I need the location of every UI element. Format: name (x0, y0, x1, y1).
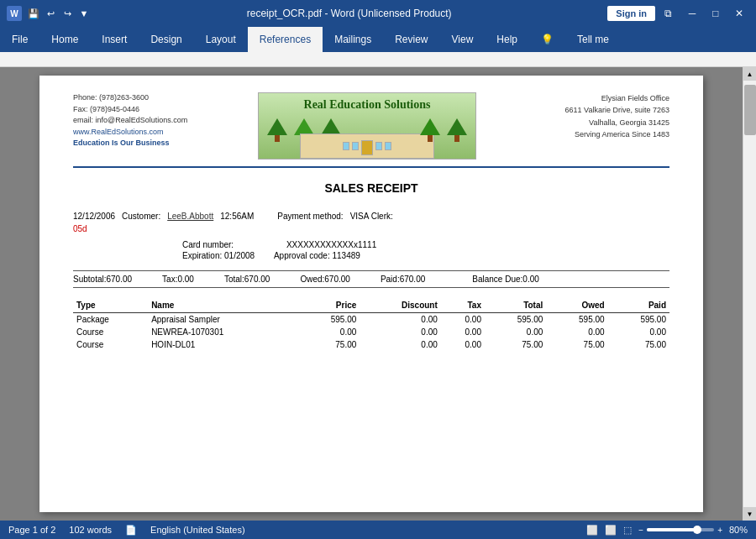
totals-row: Subtotal:670.00 Tax:0.00 Total:670.00 Ow… (73, 270, 669, 288)
ribbon: File Home Insert Design Layout Reference… (0, 27, 756, 67)
cell-total: 595.00 (485, 313, 546, 327)
zoom-thumb[interactable] (693, 526, 701, 534)
card-number-row: Card number: XXXXXXXXXXXXx1111 (73, 240, 669, 249)
col-tax: Tax (441, 298, 485, 313)
receipt-info-row: 12/12/2006 Customer: LeeB.Abbott 12:56AM… (73, 212, 669, 221)
serving-since: Serving America Since 1483 (527, 128, 669, 140)
statusbar-left: Page 1 of 2 102 words 📄 English (United … (8, 525, 245, 536)
cell-tax: 0.00 (441, 338, 485, 351)
cell-price: 75.00 (298, 338, 360, 351)
minimize-button[interactable]: ─ (682, 3, 702, 24)
payment-label: Payment method: (277, 212, 343, 221)
table-row: Package Appraisal Sampler 595.00 0.00 0.… (73, 313, 669, 327)
title-bar: W 💾 ↩ ↪ ▼ receipt_OCR.pdf - Word (Unlice… (0, 0, 756, 27)
tab-references[interactable]: References (248, 27, 323, 52)
redo-button[interactable]: ↪ (60, 7, 74, 20)
receipt-time: 12:56AM (220, 212, 254, 221)
receipt-ref: 05d (73, 224, 669, 233)
scroll-up-arrow[interactable]: ▲ (743, 67, 757, 81)
focus-icon[interactable]: ⬚ (623, 525, 632, 536)
cell-discount: 0.00 (360, 326, 440, 338)
col-total: Total (485, 298, 546, 313)
undo-button[interactable]: ↩ (44, 7, 57, 20)
scroll-track[interactable] (743, 81, 756, 507)
tab-tell-me[interactable]: Tell me (565, 27, 621, 52)
city-state: Valhalla, Georgia 31425 (527, 117, 669, 128)
subtotal-label: Subtotal:670.00 (73, 275, 132, 284)
table-header-row: Type Name Price Discount Tax Total Owed … (73, 298, 669, 313)
tab-layout[interactable]: Layout (194, 27, 248, 52)
customize-button[interactable]: ▼ (77, 7, 91, 20)
cell-type: Course (73, 338, 148, 351)
cell-name: Appraisal Sampler (148, 313, 298, 327)
tax-display: Tax:0.00 (162, 275, 194, 284)
titlebar-left: W 💾 ↩ ↪ ▼ (7, 6, 91, 21)
language: English (United States) (150, 525, 245, 535)
cell-discount: 0.00 (360, 338, 440, 351)
ribbon-tab-bar: File Home Insert Design Layout Reference… (0, 27, 756, 52)
maximize-button[interactable]: □ (706, 3, 726, 24)
tab-home[interactable]: Home (39, 27, 90, 52)
scroll-thumb[interactable] (744, 85, 756, 135)
zoom-control[interactable]: − + (638, 526, 722, 535)
view-print-icon[interactable]: ⬜ (586, 525, 598, 536)
email: email: info@RealEdSolutions.com (73, 115, 207, 127)
save-button[interactable]: 💾 (27, 7, 40, 20)
scroll-down-arrow[interactable]: ▼ (743, 507, 757, 521)
cell-type: Course (73, 326, 148, 338)
cell-paid: 0.00 (608, 326, 669, 338)
proofing-icon: 📄 (125, 525, 137, 536)
tree-icon-1 (267, 118, 287, 142)
tab-mailings[interactable]: Mailings (323, 27, 383, 52)
cell-discount: 0.00 (360, 313, 440, 327)
col-paid: Paid (608, 298, 669, 313)
tab-design[interactable]: Design (139, 27, 193, 52)
cell-name: HOIN-DL01 (148, 338, 298, 351)
company-address: Elysian Fields Office 6611 Valkarie Driv… (527, 92, 669, 160)
website: www.RealEdSolutions.com (73, 127, 207, 139)
ribbon-content-area (0, 52, 756, 67)
tab-help[interactable]: Help (485, 27, 529, 52)
quick-access: 💾 ↩ ↪ ▼ (27, 7, 91, 20)
fax: Fax: (978)945-0446 (73, 104, 207, 116)
zoom-in-icon[interactable]: + (717, 526, 722, 535)
payment-method: VISA Clerk: (350, 212, 393, 221)
line-items-table: Type Name Price Discount Tax Total Owed … (73, 298, 669, 351)
cell-owed: 75.00 (546, 338, 607, 351)
status-bar: Page 1 of 2 102 words 📄 English (United … (0, 521, 756, 539)
zoom-out-icon[interactable]: − (638, 526, 643, 535)
zoom-slider-track[interactable] (647, 528, 714, 531)
cell-price: 0.00 (298, 326, 360, 338)
cell-paid: 75.00 (608, 338, 669, 351)
document-scroll[interactable]: Phone: (978)263-3600 Fax: (978)945-0446 … (0, 67, 743, 521)
page-count: Page 1 of 2 (8, 525, 55, 535)
document-area: Phone: (978)263-3600 Fax: (978)945-0446 … (0, 67, 756, 521)
sign-in-button[interactable]: Sign in (607, 6, 655, 21)
cell-paid: 595.00 (608, 313, 669, 327)
company-logo: Real Education Solutions (207, 92, 527, 160)
cell-type: Package (73, 313, 148, 327)
zoom-fill (647, 528, 697, 531)
cell-name: NEWREA-1070301 (148, 326, 298, 338)
tab-view[interactable]: View (440, 27, 486, 52)
close-button[interactable]: ✕ (729, 3, 749, 24)
phone: Phone: (978)263-3600 (73, 92, 207, 104)
word-count: 102 words (69, 525, 112, 535)
col-price: Price (298, 298, 360, 313)
tab-review[interactable]: Review (383, 27, 439, 52)
cell-tax: 0.00 (441, 313, 485, 327)
cell-tax: 0.00 (441, 326, 485, 338)
view-web-icon[interactable]: ⬜ (605, 525, 617, 536)
balance-display: Balance Due:0.00 (472, 275, 539, 284)
vertical-scrollbar[interactable]: ▲ ▼ (743, 67, 756, 521)
tab-insert[interactable]: Insert (90, 27, 139, 52)
receipt-date: 12/12/2006 (73, 212, 115, 221)
slogan: Education Is Our Business (73, 138, 207, 149)
office-name: Elysian Fields Office (527, 92, 669, 104)
cell-total: 0.00 (485, 326, 546, 338)
col-owed: Owed (546, 298, 607, 313)
cell-total: 75.00 (485, 338, 546, 351)
tab-lightbulb[interactable]: 💡 (529, 27, 565, 52)
tab-file[interactable]: File (0, 27, 39, 52)
restore-button[interactable]: ⧉ (659, 3, 679, 24)
